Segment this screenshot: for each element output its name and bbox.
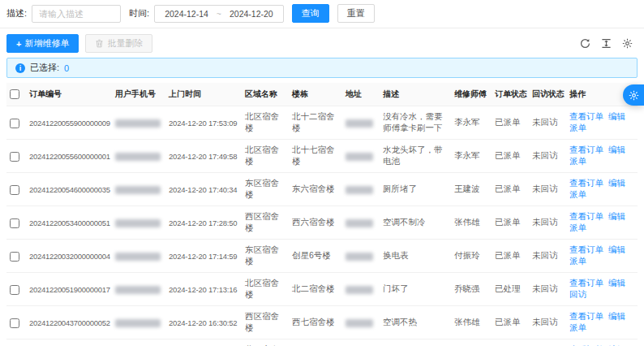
action-view-order[interactable]: 查看订单 bbox=[569, 278, 603, 289]
action-view-order[interactable]: 查看订单 bbox=[569, 311, 603, 322]
action-dispatch[interactable]: 派单 bbox=[569, 322, 586, 334]
address-cell bbox=[342, 206, 380, 240]
table-row: 202412200416000000182024-12-20 16:12:41北… bbox=[6, 340, 638, 346]
action-edit[interactable]: 编辑 bbox=[608, 145, 625, 156]
description-filter-label: 描述: bbox=[6, 7, 27, 19]
action-view-order[interactable]: 查看订单 bbox=[569, 111, 603, 123]
add-repair-order-button[interactable]: + 新增维修单 bbox=[6, 34, 79, 53]
column-header: 区域名称 bbox=[242, 83, 289, 106]
column-settings-icon[interactable] bbox=[622, 38, 633, 49]
action-view-order[interactable]: 查看订单 bbox=[569, 211, 603, 223]
actions-cell: 查看订单编辑派单 bbox=[566, 206, 638, 240]
trash-icon bbox=[95, 39, 104, 48]
order-status-cell: 已派单 bbox=[492, 306, 529, 340]
redacted-phone-value bbox=[115, 119, 161, 128]
actions-cell: 查看订单编辑派单 bbox=[566, 306, 638, 340]
phone-cell bbox=[112, 240, 165, 273]
redacted-address-value bbox=[346, 219, 373, 227]
batch-delete-button[interactable]: 批量删除 bbox=[85, 34, 152, 53]
row-checkbox[interactable] bbox=[10, 119, 19, 128]
row-checkbox[interactable] bbox=[10, 318, 19, 328]
date-start-value[interactable]: 2024-12-14 bbox=[165, 9, 208, 19]
master-cell: 张伟雄 bbox=[451, 306, 492, 340]
address-cell bbox=[342, 140, 380, 173]
table-row: 202412200437000000522024-12-20 16:30:52西… bbox=[6, 306, 638, 340]
row-checkbox[interactable] bbox=[10, 152, 19, 162]
toolbar-icons bbox=[580, 38, 638, 49]
info-icon: i bbox=[15, 63, 25, 73]
filter-bar: 描述: 时间: 2024-12-14 ~ 2024-12-20 查询 重置 bbox=[0, 0, 644, 28]
action-edit[interactable]: 编辑 bbox=[608, 211, 625, 223]
row-checkbox[interactable] bbox=[10, 218, 19, 228]
action-edit[interactable]: 编辑 bbox=[608, 111, 625, 123]
action-view-order[interactable]: 查看订单 bbox=[569, 244, 603, 256]
batch-delete-label: 批量删除 bbox=[107, 37, 143, 50]
action-edit[interactable]: 编辑 bbox=[608, 311, 625, 322]
column-header: 地址 bbox=[342, 83, 380, 106]
column-header: 用户手机号 bbox=[112, 83, 165, 106]
action-dispatch[interactable]: 派单 bbox=[569, 123, 586, 134]
visit-status-cell: 未回访 bbox=[529, 140, 566, 173]
visit-time-cell: 2024-12-20 16:30:52 bbox=[165, 306, 242, 340]
row-checkbox[interactable] bbox=[10, 285, 19, 295]
visit-status-cell: 未回访 bbox=[529, 173, 566, 206]
refresh-icon[interactable] bbox=[580, 38, 590, 49]
select-all-checkbox[interactable] bbox=[10, 89, 19, 99]
order-status-cell: 已派单 bbox=[492, 106, 529, 140]
date-end-value[interactable]: 2024-12-20 bbox=[230, 9, 273, 19]
repair-orders-page: 描述: 时间: 2024-12-14 ~ 2024-12-20 查询 重置 + … bbox=[0, 0, 644, 346]
date-range-picker[interactable]: 2024-12-14 ~ 2024-12-20 bbox=[154, 5, 284, 23]
column-header: 回访状态 bbox=[529, 83, 566, 106]
master-cell: 张伟雄 bbox=[451, 206, 492, 240]
selection-alert: i 已选择: 0 bbox=[6, 58, 638, 78]
time-filter-label: 时间: bbox=[129, 7, 149, 19]
action-view-order[interactable]: 查看订单 bbox=[569, 145, 603, 156]
phone-cell bbox=[112, 206, 165, 240]
building-cell: 北四宿舍楼 bbox=[289, 340, 342, 346]
row-checkbox[interactable] bbox=[10, 252, 19, 262]
redacted-phone-value bbox=[115, 286, 161, 294]
search-button[interactable]: 查询 bbox=[292, 4, 329, 23]
action-edit[interactable]: 编辑 bbox=[608, 244, 625, 256]
visit-time-cell: 2024-12-20 17:13:16 bbox=[165, 273, 242, 306]
select-all-header bbox=[6, 83, 26, 106]
theme-settings-button[interactable] bbox=[623, 84, 644, 106]
action-dispatch[interactable]: 派单 bbox=[569, 223, 586, 234]
row-checkbox-cell bbox=[6, 140, 26, 173]
actions-cell: 查看订单编辑派单 bbox=[566, 240, 638, 273]
row-checkbox[interactable] bbox=[10, 185, 19, 195]
column-header: 楼栋 bbox=[289, 83, 342, 106]
time-filter: 时间: 2024-12-14 ~ 2024-12-20 bbox=[129, 5, 284, 23]
building-cell: 北十二宿舍楼 bbox=[289, 106, 342, 140]
action-edit[interactable]: 编辑 bbox=[608, 178, 625, 189]
action-dispatch[interactable]: 派单 bbox=[569, 189, 586, 201]
repair-orders-table: 订单编号用户手机号上门时间区域名称楼栋地址描述维修师傅订单状态回访状态操作 20… bbox=[6, 83, 638, 346]
action-follow-up[interactable]: 回访 bbox=[569, 289, 586, 301]
gear-icon bbox=[629, 90, 639, 101]
action-edit[interactable]: 编辑 bbox=[608, 278, 625, 289]
order-number-cell: 20241220055900000009 bbox=[26, 106, 112, 140]
master-cell: 李永军 bbox=[451, 106, 492, 140]
building-cell: 创星6号楼 bbox=[289, 240, 342, 273]
date-range-separator: ~ bbox=[217, 9, 221, 19]
visit-status-cell: 未回访 bbox=[529, 273, 566, 306]
master-cell: 王建波 bbox=[451, 173, 492, 206]
row-checkbox-cell bbox=[6, 340, 26, 346]
reset-button[interactable]: 重置 bbox=[337, 4, 375, 23]
description-input[interactable] bbox=[32, 5, 121, 23]
description-cell: 没有冷水，需要师傅拿卡刷一下 bbox=[380, 106, 451, 140]
table-row: 202412200320000000042024-12-20 17:14:59东… bbox=[6, 240, 638, 273]
column-height-icon[interactable] bbox=[601, 38, 612, 49]
row-checkbox-cell bbox=[6, 273, 26, 306]
description-cell: 换电表 bbox=[380, 240, 451, 273]
plus-icon: + bbox=[16, 39, 21, 49]
order-number-cell: 20241220055600000001 bbox=[26, 140, 112, 173]
building-cell: 北二宿舍楼 bbox=[289, 273, 342, 306]
action-view-order[interactable]: 查看订单 bbox=[569, 178, 603, 189]
action-dispatch[interactable]: 派单 bbox=[569, 256, 586, 267]
actions-cell: 查看订单编辑回访 bbox=[566, 273, 638, 306]
visit-time-cell: 2024-12-20 17:14:59 bbox=[165, 240, 242, 273]
order-number-cell: 20241220032000000004 bbox=[26, 240, 112, 273]
action-dispatch[interactable]: 派单 bbox=[569, 156, 586, 167]
table-body: 202412200559000000092024-12-20 17:53:09北… bbox=[6, 106, 638, 346]
